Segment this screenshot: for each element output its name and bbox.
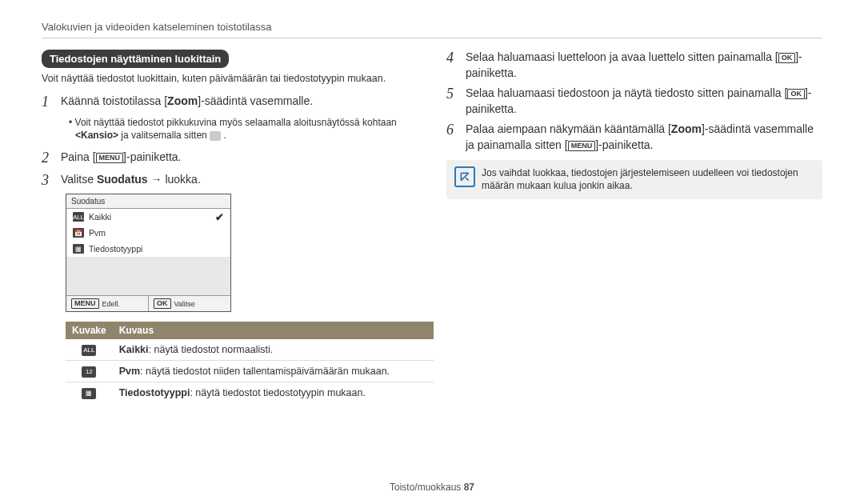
filetype-icon: ▦ xyxy=(73,244,84,254)
step-6: 6 Palaa aiempaan näkymään kääntämällä [Z… xyxy=(446,122,822,153)
step-5: 5 Selaa haluamaasi tiedostoon ja näytä t… xyxy=(446,86,822,117)
menu-button-icon: MENU xyxy=(71,298,99,309)
ok-button-icon: OK xyxy=(154,298,171,309)
step-number: 6 xyxy=(446,122,466,139)
right-column: 4 Selaa haluamaasi luetteloon ja avaa lu… xyxy=(446,50,822,403)
step-text: Selaa haluamaasi tiedostoon ja näytä tie… xyxy=(466,86,822,117)
table-row: ALL Kaikki: näytä tiedostot normaalisti. xyxy=(66,339,434,361)
calendar-icon: 📅 xyxy=(73,228,84,238)
info-note: Jos vaihdat luokkaa, tiedostojen järjest… xyxy=(446,160,822,200)
page-number: 87 xyxy=(464,482,474,493)
breadcrumb: Valokuvien ja videoiden katseleminen toi… xyxy=(42,21,822,38)
step-text: Palaa aiempaan näkymään kääntämällä [Zoo… xyxy=(466,122,822,153)
ui-footer: MENU Edell. OK Valitse xyxy=(66,295,230,311)
ui-title: Suodatus xyxy=(66,194,230,209)
step-4: 4 Selaa haluamaasi luetteloon ja avaa lu… xyxy=(446,50,822,81)
all-icon: ALL xyxy=(82,345,96,356)
table-row: 12 Pvm: näytä tiedostot niiden tallentam… xyxy=(66,361,434,382)
menu-button-icon: MENU xyxy=(96,153,124,163)
check-icon: ✔ xyxy=(215,211,224,223)
table-header-icon: Kuvake xyxy=(66,322,113,339)
step-text: Valitse Suodatus → luokka. xyxy=(61,172,418,188)
step-1-bullet: Voit näyttää tiedostot pikkukuvina myös … xyxy=(69,116,418,142)
section-title: Tiedostojen näyttäminen luokittain xyxy=(42,50,229,68)
step-text: Selaa haluamaasi luetteloon ja avaa luet… xyxy=(466,50,822,81)
calendar-icon: 12 xyxy=(82,366,96,378)
icon-description-table: Kuvake Kuvaus ALL Kaikki: näytä tiedosto… xyxy=(66,322,434,403)
folder-thumb-icon xyxy=(210,131,221,141)
info-icon xyxy=(454,166,475,187)
filter-option-label: Kaikki xyxy=(89,212,111,222)
filter-option-type[interactable]: ▦ Tiedostotyyppi xyxy=(66,241,230,257)
ok-button-icon: OK xyxy=(787,89,805,99)
step-text: Käännä toistotilassa [Zoom]-säädintä vas… xyxy=(61,94,418,110)
ok-button-icon: OK xyxy=(778,53,796,63)
left-column: Tiedostojen näyttäminen luokittain Voit … xyxy=(42,50,418,403)
ui-footer-back-label: Edell. xyxy=(102,300,121,308)
ui-footer-select-label: Valitse xyxy=(174,300,195,308)
step-1: 1 Käännä toistotilassa [Zoom]-säädintä v… xyxy=(42,94,418,111)
filter-option-label: Tiedostotyyppi xyxy=(89,244,142,254)
step-number: 3 xyxy=(42,172,61,190)
table-header-desc: Kuvaus xyxy=(113,322,434,339)
info-note-text: Jos vaihdat luokkaa, tiedostojen järjest… xyxy=(482,166,814,194)
ui-empty-area xyxy=(66,257,230,295)
filter-option-date[interactable]: 📅 Pvm xyxy=(66,225,230,241)
filetype-icon: ▦ xyxy=(82,388,96,399)
all-icon: ALL xyxy=(73,212,84,222)
step-text: Paina [MENU]-painiketta. xyxy=(61,150,418,166)
step-number: 5 xyxy=(446,86,466,103)
page-footer: Toisto/muokkaus 87 xyxy=(0,482,864,493)
menu-button-icon: MENU xyxy=(568,141,596,151)
intro-text: Voit näyttää tiedostot luokittain, kuten… xyxy=(42,73,418,84)
step-3: 3 Valitse Suodatus → luokka. xyxy=(42,172,418,190)
step-number: 1 xyxy=(42,94,61,111)
filter-option-all[interactable]: ALL Kaikki ✔ xyxy=(66,209,230,225)
filter-option-label: Pvm xyxy=(89,228,106,238)
step-number: 2 xyxy=(42,150,61,167)
table-row: ▦ Tiedostotyyppi: näytä tiedostot tiedos… xyxy=(66,382,434,404)
filter-menu-screenshot: Suodatus ALL Kaikki ✔ 📅 Pvm ▦ Tiedostoty… xyxy=(66,194,231,312)
step-2: 2 Paina [MENU]-painiketta. xyxy=(42,150,418,167)
step-number: 4 xyxy=(446,50,466,67)
